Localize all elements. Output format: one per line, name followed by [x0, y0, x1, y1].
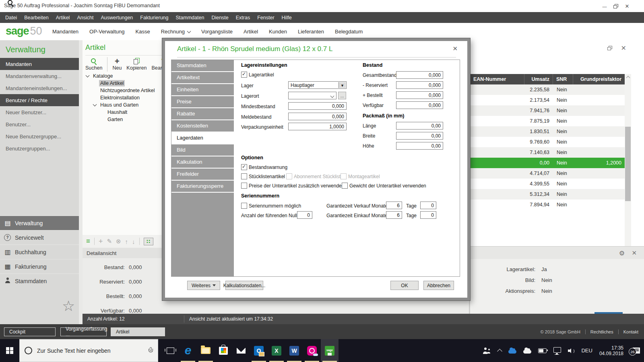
abbrechen-button[interactable]: Abbrechen — [423, 281, 454, 290]
table-row[interactable]: 7.894,94 Nein — [470, 200, 625, 210]
preise-unterartikel-checkbox[interactable] — [241, 183, 247, 189]
column-header[interactable]: Umsatz — [524, 74, 553, 84]
scrollbar-thumb[interactable] — [625, 127, 631, 201]
garantie-einkauf-tage-field[interactable]: 0 — [420, 211, 436, 219]
gear-icon[interactable] — [619, 249, 625, 257]
lagerort-combo[interactable] — [288, 92, 336, 99]
menu-item[interactable]: Auswertungen — [97, 12, 136, 23]
table-row[interactable]: 1.830,51 Nein — [470, 126, 625, 137]
verpackungseinheit-field[interactable]: 1,0000 — [288, 123, 347, 130]
table-row[interactable]: 7.941,76 Nein — [470, 105, 625, 116]
gewicht-unterartikel-checkbox[interactable] — [342, 183, 348, 189]
taskbar-mail[interactable] — [232, 339, 250, 362]
dialog-tab[interactable]: Rabatte — [171, 108, 234, 120]
dialog-tab[interactable]: Artikeltext — [171, 72, 234, 84]
browse-button[interactable]: ... — [338, 92, 346, 99]
dialog-tab[interactable]: Kalkulation — [171, 156, 234, 169]
toolbar-nav-item[interactable]: Lieferanten — [298, 29, 324, 35]
value-field[interactable]: 0,00 — [396, 122, 443, 130]
new-button[interactable]: Neu — [112, 57, 122, 71]
network-icon[interactable] — [553, 347, 561, 353]
onedrive-cloud-icon[interactable] — [508, 350, 516, 354]
table-row[interactable]: 9.769,60 Nein — [470, 137, 625, 147]
menu-item[interactable]: Hilfe — [278, 12, 295, 23]
volume-icon[interactable] — [568, 348, 574, 354]
menu-item[interactable]: Fakturierung — [136, 12, 172, 23]
dialog-tab[interactable]: Kostenstellen — [171, 120, 234, 132]
column-header[interactable]: Grundpreisfaktor — [573, 74, 625, 84]
artikel-tab[interactable]: Artikel — [111, 327, 165, 336]
vorgangserfassung-tab[interactable]: Vorgangserfassung ... — [60, 327, 107, 336]
taskbar-store[interactable] — [215, 339, 232, 362]
sidebar-item[interactable]: Benutzer / Rechte — [0, 94, 79, 106]
fuehrende-nullen-field[interactable]: 0 — [297, 211, 312, 219]
sidebar-item[interactable]: Mandanteneinstellungen... — [0, 82, 79, 94]
mindestbestand-field[interactable]: 0,000 — [288, 102, 347, 110]
toolbar-nav-item[interactable]: Kasse — [136, 29, 150, 35]
down-arrow-icon[interactable] — [132, 238, 135, 245]
search-input[interactable]: Zur Suche Text hier eingeben — [37, 348, 143, 354]
taskbar-sage[interactable] — [321, 339, 339, 362]
menu-item[interactable]: Dienste — [208, 12, 232, 23]
column-header[interactable]: EAN-Nummer — [470, 74, 524, 84]
bestandswarnung-checkbox[interactable] — [241, 164, 247, 170]
column-header[interactable]: SNR — [553, 74, 573, 84]
grid-icon[interactable] — [144, 238, 153, 245]
value-field[interactable]: 0,000 — [396, 71, 443, 79]
sidebar-item[interactable]: Mandantenverwaltung... — [0, 70, 79, 82]
mic-icon[interactable] — [148, 347, 153, 354]
lager-dropdown[interactable]: Hauptlager — [288, 81, 347, 89]
caret-icon[interactable] — [93, 103, 97, 107]
value-field[interactable]: 0,000 — [396, 91, 443, 99]
edit-pencil-icon[interactable] — [107, 238, 112, 245]
link-kontakt[interactable]: Kontakt — [623, 329, 638, 334]
ok-button[interactable]: OK — [390, 281, 419, 290]
value-field[interactable]: 0,000 — [396, 81, 443, 89]
dialog-tab[interactable]: Lagerdaten — [171, 132, 234, 144]
toolbar-nav-item[interactable]: Belegdatum — [335, 29, 363, 35]
module-verwaltung[interactable]: Verwaltung — [0, 216, 79, 230]
toolbar-nav-item[interactable]: Kunden — [269, 29, 287, 35]
table-row[interactable]: 0,00 Nein 1,2000 — [470, 158, 625, 168]
clock[interactable]: 17:35 04.09.2018 — [599, 345, 623, 356]
taskbar-outlook[interactable] — [250, 339, 268, 362]
sidebar-item[interactable]: Benutzer... — [0, 118, 79, 130]
cockpit-tab[interactable]: Cockpit — [4, 327, 56, 336]
up-arrow-icon[interactable] — [125, 238, 128, 245]
toolbar-nav-item[interactable]: Artikel — [244, 29, 258, 35]
weiteres-button[interactable]: Weiteres — [187, 281, 220, 290]
close-button[interactable] — [622, 2, 632, 10]
menu-item[interactable]: Artikel — [52, 12, 74, 23]
start-button[interactable] — [0, 339, 19, 362]
sidebar-item[interactable]: Neue Benutzergruppe... — [0, 130, 79, 142]
dropdown-button[interactable] — [339, 82, 346, 88]
toolbar-nav-item[interactable]: Vorgangsliste — [201, 29, 233, 35]
restore-icon[interactable] — [607, 46, 612, 50]
close-icon[interactable] — [632, 249, 637, 257]
toolbar-nav-item[interactable]: Mandanten — [52, 29, 78, 35]
module-servicewelt[interactable]: ? Servicewelt — [0, 230, 79, 245]
table-row[interactable]: 2.235,58 Nein — [470, 84, 625, 95]
menu-item[interactable]: Extras — [232, 12, 254, 23]
close-icon[interactable] — [621, 44, 626, 52]
restore-button[interactable] — [611, 2, 621, 10]
add-icon[interactable]: + — [99, 237, 103, 246]
minimize-button[interactable] — [600, 2, 609, 10]
search-icon[interactable] — [8, 0, 14, 6]
value-field[interactable]: 0,000 — [396, 101, 443, 109]
garantie-verkauf-tage-field[interactable]: 0 — [420, 202, 436, 209]
cloud-icon[interactable] — [523, 350, 531, 354]
taskbar-photos[interactable] — [303, 339, 321, 362]
value-field[interactable]: 0,00 — [396, 142, 443, 150]
scroll-up-icon[interactable] — [625, 74, 631, 80]
meldebestand-field[interactable]: 0,000 — [288, 113, 347, 120]
close-icon[interactable] — [452, 45, 458, 52]
module-buchhaltung[interactable]: Buchhaltung — [0, 245, 79, 259]
table-row[interactable]: 7.875,19 Nein — [470, 116, 625, 126]
table-row[interactable]: 4.714,07 Nein — [470, 168, 625, 179]
taskbar-word[interactable] — [285, 339, 303, 362]
toolbar-nav-item[interactable]: Rechnung — [161, 29, 190, 35]
caret-icon[interactable] — [86, 74, 90, 78]
notification-icon[interactable]: 26 — [633, 348, 640, 354]
stuecklistenartikel-checkbox[interactable] — [241, 173, 247, 179]
